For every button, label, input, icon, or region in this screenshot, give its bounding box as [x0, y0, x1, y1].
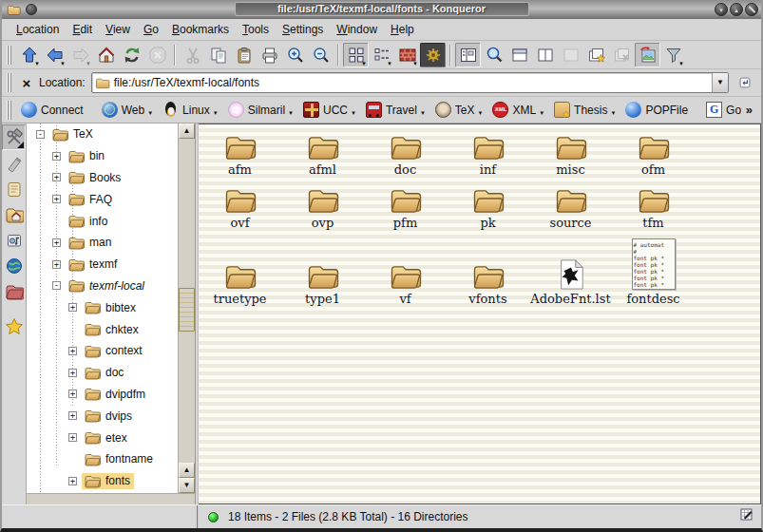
bookmark-item[interactable]: Linux ▼	[162, 102, 219, 118]
image-preview-button[interactable]	[635, 43, 660, 67]
toolbar-grippy[interactable]	[7, 46, 13, 65]
menu-item[interactable]: Bookmarks	[172, 23, 229, 36]
maximize-button[interactable]: ▴	[730, 3, 743, 16]
sidebar-tab-bookmarks[interactable]	[2, 314, 26, 339]
tree-item-body[interactable]: man	[66, 235, 115, 251]
file-item[interactable]: misc	[529, 132, 612, 177]
menu-item[interactable]: View	[105, 23, 130, 36]
tree-expander[interactable]: +	[68, 411, 77, 420]
tree-item-body[interactable]: bin	[66, 148, 108, 164]
new-tab-button[interactable]	[583, 43, 609, 67]
icon-view-button[interactable]: ▼	[343, 43, 369, 67]
detail-view-button[interactable]: ▼	[369, 43, 394, 67]
tree-item-body[interactable]: dvips	[82, 408, 136, 424]
filter-button[interactable]: ▼	[660, 43, 686, 67]
toolbar-grippy[interactable]	[7, 73, 13, 92]
up-button[interactable]: ▼	[16, 43, 42, 67]
tree-item[interactable]: + FAQ	[27, 188, 178, 210]
file-item[interactable]: pk	[447, 185, 529, 230]
bookmark-item[interactable]: Silmaril ▼	[228, 102, 294, 118]
tree-item-body[interactable]: context	[82, 343, 146, 359]
remove-view-button[interactable]	[558, 43, 583, 67]
find-button[interactable]	[481, 43, 506, 67]
file-item[interactable]: # automat # font pk * font pk * font pk …	[612, 238, 695, 306]
bricks-view-button[interactable]: ▼	[394, 43, 420, 67]
tree-item[interactable]: + texmf	[27, 254, 178, 276]
tree-item-body[interactable]: doc	[82, 365, 127, 381]
go-button[interactable]	[733, 70, 757, 95]
tree-scrollbar[interactable]: ▲ ▲ ▼	[178, 124, 195, 493]
file-item[interactable]: vfonts	[447, 238, 529, 306]
scroll-up-button[interactable]: ▲	[179, 124, 195, 139]
tree-expander[interactable]: +	[52, 152, 61, 161]
bookmark-item[interactable]: XML ▼	[492, 102, 544, 118]
sticky-button[interactable]	[26, 4, 37, 15]
tree-item-body[interactable]: FAQ	[66, 191, 116, 207]
scroll-down-button[interactable]: ▼	[179, 478, 195, 493]
tree-horizontal-scrollbar[interactable]	[27, 493, 195, 504]
file-item[interactable]: pfm	[364, 185, 447, 230]
bookmark-item[interactable]: Web ▼	[102, 102, 153, 118]
stop-button[interactable]	[144, 43, 170, 67]
file-item[interactable]: afm	[199, 132, 281, 177]
menu-item[interactable]: Help	[391, 23, 414, 36]
tree-expander[interactable]: +	[68, 433, 77, 442]
bookmark-item[interactable]: TeX ▼	[435, 102, 484, 118]
sidebar-tab-network[interactable]	[2, 253, 26, 278]
tree-item[interactable]: + fonts	[27, 470, 178, 492]
titlebar[interactable]: file:/usr/TeX/texmf-local/fonts - Konque…	[2, 0, 761, 19]
file-item[interactable]: tfm	[612, 185, 695, 230]
sidebar-tab-eraser[interactable]	[2, 150, 26, 176]
file-item[interactable]: afml	[281, 132, 364, 177]
bookmark-item[interactable]: Connect ▼	[21, 102, 92, 118]
tree-item-body[interactable]: TeX	[49, 126, 97, 142]
tree-expander[interactable]: -	[36, 130, 45, 139]
tree-expander[interactable]: +	[68, 369, 77, 377]
tree-item[interactable]: + etex	[27, 427, 178, 448]
tree-item-body[interactable]: texmf-local	[66, 277, 148, 294]
sidebar-tab-history[interactable]	[2, 176, 26, 201]
tree-item[interactable]: info	[27, 210, 178, 232]
tree-item[interactable]: + Books	[27, 167, 178, 189]
tree-item-body[interactable]: chktex	[82, 321, 143, 337]
location-dropdown-button[interactable]: ▼	[712, 73, 728, 92]
sidebar-tab-tools[interactable]	[2, 124, 26, 150]
file-item[interactable]: ovf	[199, 185, 281, 230]
split-view-left-right-button[interactable]	[532, 43, 558, 67]
menu-item[interactable]: Settings	[282, 23, 323, 36]
tree-item[interactable]: fontname	[27, 448, 178, 470]
file-item[interactable]: source	[529, 185, 612, 230]
reload-button[interactable]	[119, 43, 144, 67]
tree-item-body[interactable]: etex	[82, 429, 131, 446]
menu-item[interactable]: Edit	[72, 23, 92, 36]
show-navigation-panel-button[interactable]	[455, 43, 481, 67]
copy-button[interactable]	[205, 43, 231, 67]
forward-button[interactable]: ▼	[67, 43, 93, 67]
sidebar-tab-services[interactable]	[2, 227, 26, 253]
scroll-up-button-2[interactable]: ▲	[179, 463, 195, 478]
tree-expander[interactable]: +	[52, 173, 61, 181]
tree-item-body[interactable]: fontname	[82, 451, 157, 467]
tree-item-body[interactable]: dvipdfm	[82, 386, 149, 402]
tree-expander[interactable]: +	[68, 477, 77, 485]
close-tab-button[interactable]	[609, 43, 635, 67]
bookmark-item[interactable]: POPFile ▼	[625, 102, 696, 118]
bookmarks-overflow-button[interactable]: »	[741, 103, 757, 117]
sidebar-tab-home-folder[interactable]	[2, 201, 26, 227]
print-button[interactable]	[257, 43, 282, 67]
gear-view-button[interactable]	[420, 43, 446, 67]
minimize-button[interactable]: ▾	[715, 3, 728, 16]
bookmark-item[interactable]: UCC ▼	[303, 102, 356, 118]
file-icon-view[interactable]: afm afml	[199, 124, 761, 504]
menu-item[interactable]: Location	[16, 23, 59, 36]
tree-item[interactable]: + dvips	[27, 405, 178, 427]
tree-item[interactable]: + bin	[27, 145, 178, 167]
file-item[interactable]: doc	[364, 132, 447, 177]
tree-expander[interactable]: +	[68, 303, 77, 312]
file-item[interactable]: truetype	[199, 238, 281, 306]
tree-item[interactable]: + man	[27, 232, 178, 254]
sidebar-tab-root-folder[interactable]	[2, 278, 26, 304]
close-button[interactable]	[745, 3, 758, 16]
cut-button[interactable]	[180, 43, 205, 67]
menu-item[interactable]: Go	[143, 23, 159, 36]
